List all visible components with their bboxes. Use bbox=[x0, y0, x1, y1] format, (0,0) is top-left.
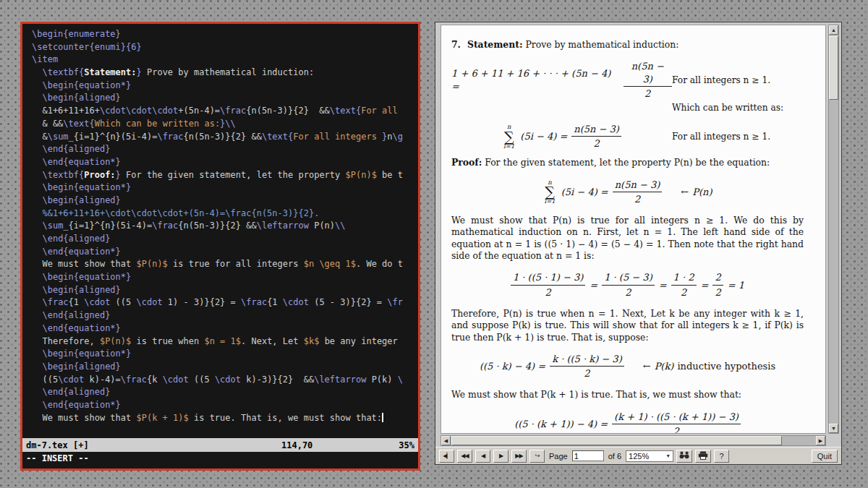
code-line: \end{aligned} bbox=[32, 233, 417, 246]
fraction: 1 · (5 − 3)2 bbox=[602, 271, 655, 298]
viewer-toolbar: ◀▏◀◀◀▶▶▶↪ Page of 6 125% ▼ ? Quit bbox=[435, 447, 841, 464]
fraction: k · ((5 · k) − 3)2 bbox=[550, 353, 624, 380]
cursor-position: 114,70 bbox=[281, 440, 383, 450]
sigma-icon: ∑ bbox=[545, 185, 555, 198]
equation-pk1: ((5 · (k + 1)) − 4) = (k + 1) · ((5 · (k… bbox=[451, 411, 804, 434]
printer-icon bbox=[698, 451, 708, 461]
code-line: We must show that $P(n)$ is true for all… bbox=[32, 258, 417, 271]
code-line: \begin{aligned} bbox=[32, 194, 417, 207]
prev-10-pages-button[interactable]: ◀◀ bbox=[457, 450, 472, 463]
vertical-scrollbar[interactable]: ▲ ▼ bbox=[828, 25, 839, 434]
code-line: \sum_{i=1}^{n}(5i-4)=\frac{n(5n-3)}{2} &… bbox=[32, 220, 417, 233]
code-line: \end{aligned} bbox=[32, 309, 417, 322]
code-line: \frac{1 \cdot ((5 \cdot 1) - 3)}{2} = \f… bbox=[32, 296, 417, 309]
page-count-label: of 6 bbox=[608, 452, 621, 461]
equation-series: 1 + 6 + 11 + 16 + · · · + (5n − 4) = n(5… bbox=[451, 60, 804, 99]
equation-note: For all integers n ≥ 1. bbox=[672, 131, 804, 142]
next-10-pages-icon: ▶▶ bbox=[515, 453, 522, 459]
next-10-pages-button[interactable]: ▶▶ bbox=[511, 450, 527, 463]
back-to-start-button[interactable]: ◀▏ bbox=[439, 450, 454, 463]
code-line: We must show that $P(k + 1)$ is true. Th… bbox=[32, 412, 417, 425]
fraction: n(5n − 3)2 bbox=[571, 123, 621, 150]
scroll-down-button[interactable]: ▼ bbox=[829, 424, 838, 433]
equation-sum: n ∑ i=1 (5i − 4) = n(5n − 3)2 For all in… bbox=[451, 123, 804, 150]
sigma-icon: ∑ bbox=[504, 130, 514, 143]
left-arrow-icon: ← bbox=[681, 186, 689, 198]
code-line: \begin{equation*} bbox=[32, 271, 417, 284]
horizontal-scrollbar[interactable]: ◀ ▶ bbox=[441, 435, 826, 446]
vim-terminal-window: \begin{enumerate}\setcounter{enumi}{6}\i… bbox=[20, 22, 420, 471]
code-line: \end{aligned} bbox=[32, 143, 417, 156]
back-to-start-icon: ◀▏ bbox=[443, 453, 450, 459]
code-line: \textbf{Statement:} Prove by mathematica… bbox=[32, 67, 417, 80]
equation-pk: ((5 · k) − 4) = k · ((5 · k) − 3)2 ←P(k)… bbox=[451, 353, 804, 380]
page-number-input[interactable] bbox=[572, 450, 604, 461]
print-button[interactable] bbox=[695, 450, 711, 463]
rewrite-note: Which can be written as: bbox=[672, 102, 804, 114]
statement-line: Statement: Prove by mathematical inducti… bbox=[467, 39, 679, 51]
paragraph-inductive-step: Therefore, P(n) is true when n = 1. Next… bbox=[451, 308, 804, 343]
code-line: &1+6+11+16+\cdot\cdot\cdot+(5n-4)=\frac{… bbox=[32, 105, 417, 118]
code-area[interactable]: \begin{enumerate}\setcounter{enumi}{6}\i… bbox=[32, 28, 417, 435]
zoom-value: 125% bbox=[629, 452, 649, 461]
code-line: \end{equation*} bbox=[32, 156, 417, 169]
down-arrow-icon: ▼ bbox=[831, 426, 836, 431]
forward-history-button[interactable]: ↪ bbox=[529, 450, 545, 463]
proof-intro: Proof: For the given statement, let the … bbox=[451, 157, 804, 168]
find-button[interactable] bbox=[676, 450, 692, 463]
fraction: (k + 1) · ((5 · (k + 1)) − 3)2 bbox=[612, 411, 741, 434]
vertical-scroll-thumb[interactable] bbox=[829, 36, 838, 100]
question-mark-icon: ? bbox=[720, 452, 724, 461]
fraction: 1 · ((5 · 1) − 3)2 bbox=[511, 271, 585, 298]
nav-buttons: ◀▏◀◀◀▶▶▶↪ bbox=[439, 450, 545, 463]
code-line: \begin{equation*} bbox=[32, 181, 417, 194]
zoom-dropdown-arrow-icon: ▼ bbox=[665, 453, 671, 458]
pdf-viewer-window: 7. Statement: Prove by mathematical indu… bbox=[435, 22, 842, 465]
quit-button[interactable]: Quit bbox=[812, 450, 838, 463]
about-button[interactable]: ? bbox=[714, 450, 729, 463]
code-line: & &&\text{Which can be written as:}\\ bbox=[32, 118, 417, 131]
code-line: \item bbox=[32, 53, 417, 67]
zoom-select[interactable]: 125% ▼ bbox=[626, 450, 673, 462]
fraction: 22 bbox=[712, 271, 723, 298]
equation-chain: 1 · ((5 · 1) − 3)2 = 1 · (5 − 3)2 = 1 · … bbox=[451, 271, 804, 298]
right-arrow-icon: ▶ bbox=[819, 438, 822, 444]
prev-page-button[interactable]: ◀ bbox=[475, 450, 490, 463]
item-number: 7. bbox=[451, 39, 461, 51]
code-line: \setcounter{enumi}{6} bbox=[32, 41, 417, 54]
scroll-left-button[interactable]: ◀ bbox=[441, 436, 451, 445]
code-line: \begin{equation*} bbox=[32, 348, 417, 361]
code-line: \begin{aligned} bbox=[32, 361, 417, 374]
filename-status: dm-7.tex [+] bbox=[26, 440, 281, 450]
equation-pn: n ∑ i=1 (5i − 4) = n(5n − 3)2 ←P(n) bbox=[451, 179, 804, 205]
code-line: \begin{enumerate} bbox=[32, 28, 417, 41]
pdf-page: 7. Statement: Prove by mathematical indu… bbox=[441, 25, 826, 434]
code-line: &\sum_{i=1}^{n}(5i-4)=\frac{n(5n-3)}{2} … bbox=[32, 131, 417, 144]
vim-mode-indicator: -- INSERT -- bbox=[26, 453, 89, 466]
page-label: Page bbox=[549, 452, 568, 461]
paragraph-show: We must show that P(k + 1) is true. That… bbox=[451, 389, 804, 401]
code-line: ((5\cdot k)-4)=\frac{k \cdot ((5 \cdot k… bbox=[32, 374, 417, 387]
fraction: n(5n − 3)2 bbox=[613, 179, 663, 205]
scroll-right-button[interactable]: ▶ bbox=[816, 436, 825, 445]
code-line: \end{equation*} bbox=[32, 399, 417, 412]
prev-page-icon: ◀ bbox=[481, 453, 485, 459]
code-line: \begin{equation*} bbox=[32, 80, 417, 93]
prev-10-pages-icon: ◀◀ bbox=[461, 453, 468, 459]
scroll-up-button[interactable]: ▲ bbox=[829, 25, 838, 35]
scroll-percentage: 35% bbox=[383, 440, 414, 450]
horizontal-scroll-thumb[interactable] bbox=[451, 436, 782, 445]
code-line: \begin{aligned} bbox=[32, 284, 417, 297]
code-line: \end{equation*} bbox=[32, 322, 417, 335]
summation: n ∑ i=1 bbox=[544, 179, 555, 205]
binoculars-icon bbox=[679, 451, 689, 461]
forward-history-icon: ↪ bbox=[535, 453, 540, 459]
fraction: 1 · 22 bbox=[671, 271, 697, 298]
next-page-button[interactable]: ▶ bbox=[493, 450, 509, 463]
up-arrow-icon: ▲ bbox=[831, 27, 836, 33]
code-line: \begin{aligned} bbox=[32, 92, 417, 105]
list-item-7: 7. Statement: Prove by mathematical indu… bbox=[451, 39, 804, 51]
code-line: \end{aligned} bbox=[32, 386, 417, 399]
code-line: \end{equation*} bbox=[32, 246, 417, 259]
vim-statusline: dm-7.tex [+] 114,70 35% bbox=[22, 438, 418, 452]
